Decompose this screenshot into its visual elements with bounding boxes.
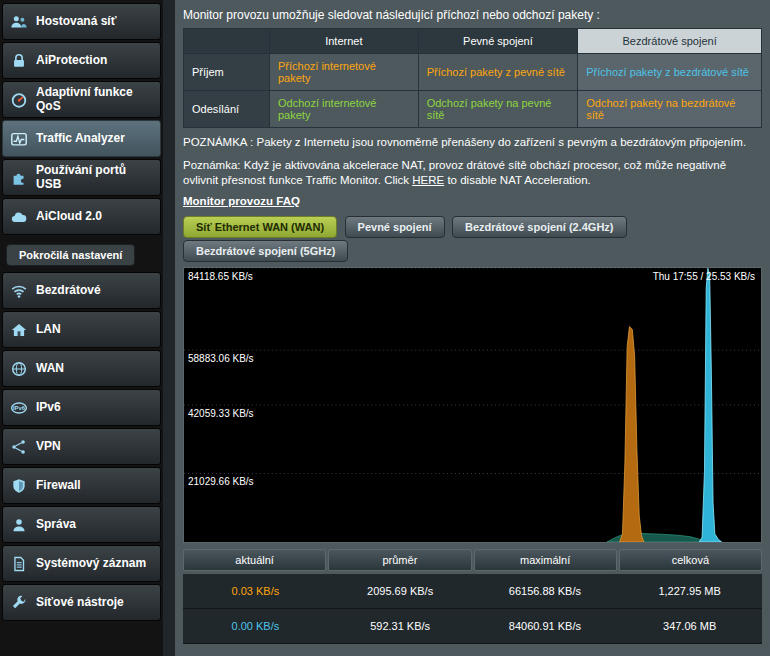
sidebar-item-label: Bezdrátové [36, 284, 148, 298]
house-icon [8, 320, 30, 340]
legend-cell-wireless-tx: Odchozí pakety na bezdrátové sítě [578, 91, 762, 128]
legend-corner-cell [184, 29, 270, 54]
traffic-chart-canvas [184, 268, 761, 542]
sidebar-item-wan[interactable]: WAN [2, 350, 161, 387]
legend-col-wired: Pevné spojení [418, 29, 578, 54]
stats-header-maximum: maximální [474, 549, 617, 571]
sidebar-item-ipv6[interactable]: IPv6 IPv6 [2, 389, 161, 426]
sidebar-item-label: Systémový záznam [36, 557, 148, 571]
cloud-icon [8, 207, 30, 227]
document-icon [8, 554, 30, 574]
faq-link[interactable]: Monitor provozu FAQ [183, 195, 300, 207]
series-download [620, 326, 644, 542]
stats-header-row: aktuální průměr maximální celková [183, 549, 762, 571]
globe-icon [8, 359, 30, 379]
stats-header-current: aktuální [183, 549, 326, 571]
sidebar-item-label: Správa [36, 518, 148, 532]
wrench-icon [8, 593, 30, 613]
packet-legend-table: Internet Pevné spojení Bezdrátové spojen… [183, 28, 762, 128]
sidebar-item-label: Používání portů USB [36, 164, 148, 192]
sidebar-item-administration[interactable]: Správa [2, 506, 161, 543]
stats-row-download: 0.03 KB/s 2095.69 KB/s 66156.88 KB/s 1,2… [183, 574, 762, 609]
nat-disable-link[interactable]: HERE [412, 174, 444, 186]
vpn-icon [8, 437, 30, 457]
stats-header-total: celková [619, 549, 762, 571]
sidebar-item-usb-application[interactable]: Používání portů USB [2, 159, 161, 196]
legend-row-receive: Příjem Příchozí internetové pakety Přích… [184, 54, 762, 91]
intro-text: Monitor provozu umožňuje sledovat násled… [183, 8, 762, 22]
note-nat-suffix: to disable NAT Acceleration. [444, 174, 591, 186]
legend-row-label: Příjem [184, 54, 270, 91]
note-packets: POZNÁMKA : Pakety z Internetu jsou rovno… [183, 135, 762, 151]
stats-cell-total: 1,227.95 MB [617, 574, 762, 608]
sidebar-item-label: Firewall [36, 479, 148, 493]
person-icon [8, 515, 30, 535]
sidebar-item-aiprotection[interactable]: AiProtection [2, 42, 161, 79]
legend-cell-wired-tx: Odchozí pakety na pevné sítě [418, 91, 578, 128]
sidebar-item-label: Síťové nástroje [36, 596, 148, 610]
sidebar-item-aicloud[interactable]: AiCloud 2.0 [2, 198, 161, 235]
legend-col-internet: Internet [270, 29, 419, 54]
lock-icon [8, 51, 30, 71]
legend-cell-internet-tx: Odchozí internetové pakety [270, 91, 419, 128]
tab-wired[interactable]: Pevné spojení [345, 216, 445, 238]
stats-cell-total: 347.06 MB [617, 609, 762, 643]
legend-row-label: Odesílání [184, 91, 270, 128]
sidebar-item-label: Adaptivní funkce QoS [36, 86, 148, 114]
sidebar-item-label: WAN [36, 362, 148, 376]
sidebar-item-lan[interactable]: LAN [2, 311, 161, 348]
legend-cell-wired-rx: Příchozí pakety z pevné sítě [418, 54, 578, 91]
main-content: Monitor provozu umožňuje sledovat násled… [175, 0, 770, 656]
sidebar-item-label: VPN [36, 440, 148, 454]
sidebar-section-advanced-settings: Pokročilá nastavení [6, 244, 135, 266]
sidebar-item-label: IPv6 [36, 401, 148, 415]
sidebar-item-wireless[interactable]: Bezdrátové [2, 272, 161, 309]
stats-cell-current: 0.03 KB/s [183, 574, 328, 608]
legend-row-transmit: Odesílání Odchozí internetové pakety Odc… [184, 91, 762, 128]
gauge-icon [8, 90, 30, 110]
legend-cell-wireless-rx: Příchozí pakety z bezdrátové sítě [578, 54, 762, 91]
sidebar-item-guest-network[interactable]: Hostovaná síť [2, 3, 161, 40]
stats-row-upload: 0.00 KB/s 592.31 KB/s 84060.91 KB/s 347.… [183, 609, 762, 644]
shield-icon [8, 476, 30, 496]
tab-bar: Síť Ethernet WAN (WAN) Pevné spojení Bez… [183, 216, 762, 238]
stats-cell-average: 592.31 KB/s [328, 609, 473, 643]
stats-cell-current: 0.00 KB/s [183, 609, 328, 643]
router-admin-app: Hostovaná síť AiProtection Adaptivní fun… [0, 0, 770, 656]
stats-cell-average: 2095.69 KB/s [328, 574, 473, 608]
sidebar-item-adaptive-qos[interactable]: Adaptivní funkce QoS [2, 81, 161, 118]
svg-text:IPv6: IPv6 [13, 405, 26, 411]
sidebar-item-network-tools[interactable]: Síťové nástroje [2, 584, 161, 621]
wifi-icon [8, 281, 30, 301]
tab-bar-row2: Bezdrátové spojení (5GHz) [183, 240, 762, 262]
sidebar-item-label: AiCloud 2.0 [36, 210, 148, 224]
sidebar-item-label: LAN [36, 323, 148, 337]
ipv6-icon: IPv6 [8, 398, 30, 418]
tab-wireless-5ghz[interactable]: Bezdrátové spojení (5GHz) [183, 240, 348, 262]
stats-table: aktuální průměr maximální celková 0.03 K… [183, 549, 762, 644]
legend-col-wireless: Bezdrátové spojení [578, 29, 762, 54]
stats-header-average: průměr [328, 549, 471, 571]
sidebar-item-system-log[interactable]: Systémový záznam [2, 545, 161, 582]
sidebar-item-label: Hostovaná síť [36, 15, 148, 29]
people-icon [8, 12, 30, 32]
traffic-chart-icon [8, 129, 30, 149]
note-nat: Poznámka: Když je aktivována akcelerace … [183, 158, 762, 189]
sidebar-item-vpn[interactable]: VPN [2, 428, 161, 465]
tab-wireless-24ghz[interactable]: Bezdrátové spojení (2.4GHz) [452, 216, 627, 238]
tab-ethernet-wan[interactable]: Síť Ethernet WAN (WAN) [183, 216, 337, 238]
sidebar-item-firewall[interactable]: Firewall [2, 467, 161, 504]
sidebar: Hostovaná síť AiProtection Adaptivní fun… [0, 0, 163, 656]
sidebar-item-traffic-analyzer[interactable]: Traffic Analyzer [2, 120, 161, 157]
traffic-chart: Thu 17:55 / 25.53 KB/s 84118.65 KB/s5888… [183, 267, 762, 543]
sidebar-item-label: AiProtection [36, 54, 148, 68]
legend-cell-internet-rx: Příchozí internetové pakety [270, 54, 419, 91]
puzzle-icon [8, 168, 30, 188]
stats-cell-maximum: 66156.88 KB/s [473, 574, 618, 608]
stats-cell-maximum: 84060.91 KB/s [473, 609, 618, 643]
sidebar-item-label: Traffic Analyzer [36, 132, 148, 146]
